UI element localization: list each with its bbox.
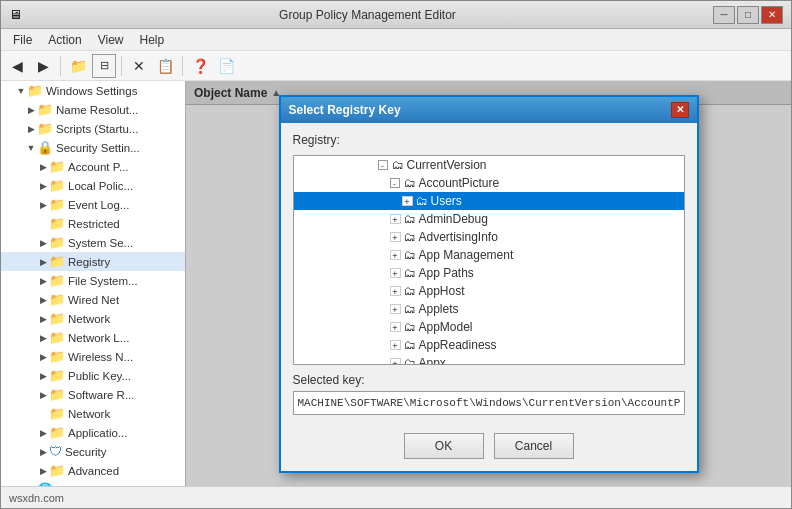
title-controls: ─ □ ✕ bbox=[713, 6, 783, 24]
tree-item-ip-security[interactable]: ▶ 🛡 Security bbox=[1, 442, 185, 461]
reg-folder-icon-9: 🗂 bbox=[404, 302, 416, 316]
registry-tree[interactable]: - 🗂 CurrentVersion - 🗂 bbox=[293, 155, 685, 365]
tree-item-restricted[interactable]: 📁 Restricted bbox=[1, 214, 185, 233]
tree-item-scripts[interactable]: ▶ 📁 Scripts (Startu... bbox=[1, 119, 185, 138]
toolbar: ◀ ▶ 📁 ⊟ ✕ 📋 ❓ 📄 bbox=[1, 51, 791, 81]
reg-label-app-model: AppModel bbox=[419, 320, 473, 334]
reg-label-app-host: AppHost bbox=[419, 284, 465, 298]
tree-item-wired-net[interactable]: ▶ 📁 Wired Net bbox=[1, 290, 185, 309]
tree-item-name-resol[interactable]: ▶ 📁 Name Resolut... bbox=[1, 100, 185, 119]
title-bar: 🖥 Group Policy Management Editor ─ □ ✕ bbox=[1, 1, 791, 29]
reg-toggle-app-readiness[interactable]: + bbox=[390, 340, 401, 350]
reg-label-current-version: CurrentVersion bbox=[407, 158, 487, 172]
reg-folder-icon: 🗂 bbox=[392, 158, 404, 172]
reg-folder-icon-3: 🗂 bbox=[416, 194, 428, 208]
modal-buttons: OK Cancel bbox=[281, 425, 697, 471]
reg-toggle-appx[interactable]: + bbox=[390, 358, 401, 365]
close-button[interactable]: ✕ bbox=[761, 6, 783, 24]
tree-item-event-log[interactable]: ▶ 📁 Event Log... bbox=[1, 195, 185, 214]
reg-folder-icon-11: 🗂 bbox=[404, 338, 416, 352]
help-button[interactable]: ❓ bbox=[188, 54, 212, 78]
reg-folder-icon-4: 🗂 bbox=[404, 212, 416, 226]
reg-item-appx[interactable]: + 🗂 Appx bbox=[294, 354, 684, 365]
tree-item-software-r[interactable]: ▶ 📁 Software R... bbox=[1, 385, 185, 404]
tree-item-local-polic[interactable]: ▶ 📁 Local Polic... bbox=[1, 176, 185, 195]
selected-key-label: Selected key: bbox=[293, 373, 685, 387]
tree-item-network-a[interactable]: 📁 Network bbox=[1, 404, 185, 423]
minimize-button[interactable]: ─ bbox=[713, 6, 735, 24]
reg-folder-icon-2: 🗂 bbox=[404, 176, 416, 190]
tree-item-security-settings[interactable]: ▼ 🔒 Security Settin... bbox=[1, 138, 185, 157]
reg-label-users: Users bbox=[431, 194, 462, 208]
tree-item-account-p[interactable]: ▶ 📁 Account P... bbox=[1, 157, 185, 176]
reg-item-account-picture[interactable]: - 🗂 AccountPicture bbox=[294, 174, 684, 192]
status-text: wsxdn.com bbox=[9, 492, 64, 504]
window-icon: 🖥 bbox=[9, 7, 22, 22]
registry-label: Registry: bbox=[293, 133, 685, 147]
menu-help[interactable]: Help bbox=[132, 31, 173, 49]
reg-toggle-app-paths[interactable]: + bbox=[390, 268, 401, 278]
tree-item-registry[interactable]: ▶ 📁 Registry bbox=[1, 252, 185, 271]
tree-item-system-se[interactable]: ▶ 📁 System Se... bbox=[1, 233, 185, 252]
main-content: ▼ 📁 Windows Settings ▶ 📁 Name Resolut...… bbox=[1, 81, 791, 486]
tree-item-public-key[interactable]: ▶ 📁 Public Key... bbox=[1, 366, 185, 385]
reg-item-app-model[interactable]: + 🗂 AppModel bbox=[294, 318, 684, 336]
tree-item-network-label[interactable]: ▶ 📁 Network bbox=[1, 309, 185, 328]
modal-title-bar: Select Registry Key ✕ bbox=[281, 97, 697, 123]
menu-view[interactable]: View bbox=[90, 31, 132, 49]
reg-toggle-app-host[interactable]: + bbox=[390, 286, 401, 296]
window-title: Group Policy Management Editor bbox=[22, 8, 713, 22]
delete-button[interactable]: ✕ bbox=[127, 54, 151, 78]
reg-toggle-applets[interactable]: + bbox=[390, 304, 401, 314]
tree-item-application[interactable]: ▶ 📁 Applicatio... bbox=[1, 423, 185, 442]
reg-toggle-admin-debug[interactable]: + bbox=[390, 214, 401, 224]
reg-toggle-users[interactable]: + bbox=[402, 196, 413, 206]
reg-item-app-management[interactable]: + 🗂 App Management bbox=[294, 246, 684, 264]
selected-key-input[interactable] bbox=[293, 391, 685, 415]
reg-item-app-host[interactable]: + 🗂 AppHost bbox=[294, 282, 684, 300]
reg-folder-icon-6: 🗂 bbox=[404, 248, 416, 262]
reg-item-applets[interactable]: + 🗂 Applets bbox=[294, 300, 684, 318]
tree-item-file-system[interactable]: ▶ 📁 File System... bbox=[1, 271, 185, 290]
reg-item-current-version[interactable]: - 🗂 CurrentVersion bbox=[294, 156, 684, 174]
reg-item-app-paths[interactable]: + 🗂 App Paths bbox=[294, 264, 684, 282]
export-button[interactable]: 📋 bbox=[153, 54, 177, 78]
reg-toggle-account-picture[interactable]: - bbox=[390, 178, 400, 188]
reg-folder-icon-8: 🗂 bbox=[404, 284, 416, 298]
selected-key-section: Selected key: bbox=[293, 373, 685, 415]
modal-close-button[interactable]: ✕ bbox=[671, 102, 689, 118]
reg-item-app-readiness[interactable]: + 🗂 AppReadiness bbox=[294, 336, 684, 354]
reg-item-admin-debug[interactable]: + 🗂 AdminDebug bbox=[294, 210, 684, 228]
cancel-button[interactable]: Cancel bbox=[494, 433, 574, 459]
main-window: 🖥 Group Policy Management Editor ─ □ ✕ F… bbox=[0, 0, 792, 509]
view-button[interactable]: 📄 bbox=[214, 54, 238, 78]
tree-item-network-l[interactable]: ▶ 📁 Network L... bbox=[1, 328, 185, 347]
reg-toggle-current-version[interactable]: - bbox=[378, 160, 388, 170]
reg-folder-icon-10: 🗂 bbox=[404, 320, 416, 334]
reg-item-users[interactable]: + 🗂 Users bbox=[294, 192, 684, 210]
ok-button[interactable]: OK bbox=[404, 433, 484, 459]
tree-item-wireless-n[interactable]: ▶ 📁 Wireless N... bbox=[1, 347, 185, 366]
right-panel: Object Name ▲ There are no items to show… bbox=[186, 81, 791, 486]
modal-body: Registry: - 🗂 CurrentVersion bbox=[281, 123, 697, 425]
reg-toggle-advertising-info[interactable]: + bbox=[390, 232, 401, 242]
reg-toggle-app-management[interactable]: + bbox=[390, 250, 401, 260]
menu-action[interactable]: Action bbox=[40, 31, 89, 49]
back-button[interactable]: ◀ bbox=[5, 54, 29, 78]
tree-item-advanced[interactable]: ▶ 📁 Advanced bbox=[1, 461, 185, 480]
menu-file[interactable]: File bbox=[5, 31, 40, 49]
maximize-button[interactable]: □ bbox=[737, 6, 759, 24]
tree-panel: ▼ 📁 Windows Settings ▶ 📁 Name Resolut...… bbox=[1, 81, 186, 486]
reg-item-advertising-info[interactable]: + 🗂 AdvertisingInfo bbox=[294, 228, 684, 246]
modal-title: Select Registry Key bbox=[289, 103, 401, 117]
reg-label-appx: Appx bbox=[419, 356, 446, 365]
reg-toggle-app-model[interactable]: + bbox=[390, 322, 401, 332]
tree-item-windows-settings[interactable]: ▼ 📁 Windows Settings bbox=[1, 81, 185, 100]
reg-label-app-readiness: AppReadiness bbox=[419, 338, 497, 352]
folder-button[interactable]: 📁 bbox=[66, 54, 90, 78]
forward-button[interactable]: ▶ bbox=[31, 54, 55, 78]
reg-folder-icon-5: 🗂 bbox=[404, 230, 416, 244]
status-bar: wsxdn.com bbox=[1, 486, 791, 508]
collapse-button[interactable]: ⊟ bbox=[92, 54, 116, 78]
reg-label-app-management: App Management bbox=[419, 248, 514, 262]
